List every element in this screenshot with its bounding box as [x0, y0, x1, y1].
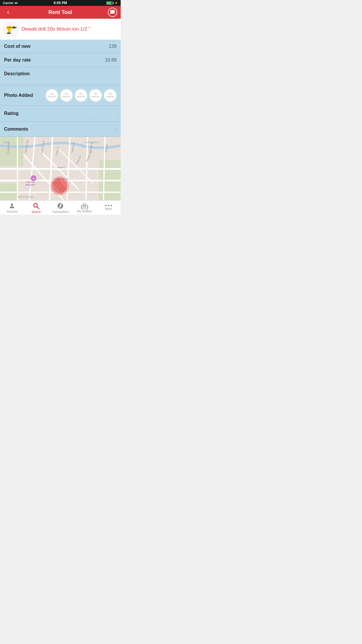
tool-title-row: DEWALT Dewalt drill 20v lithium ion 1/2 …	[0, 19, 121, 40]
toolbox-icon	[81, 203, 88, 209]
content-area: Cost of new 139 Per day rate 10.69 Descr…	[0, 40, 121, 204]
tool-name: Dewalt drill 20v lithium ion 1/2 "	[22, 26, 90, 32]
nav-label-search: Search	[31, 210, 41, 214]
svg-text:WESTBRAE: WESTBRAE	[17, 195, 34, 199]
chevron-right-icon: ›	[115, 126, 117, 132]
nav-label-transactions: Transactions	[52, 210, 69, 214]
search-icon	[32, 202, 40, 210]
drill-image: DEWALT	[5, 24, 17, 35]
per-day-rate-label: Per day rate	[4, 57, 31, 63]
status-bar: Carrier ▾▾ 6:05 PM ⚡	[0, 0, 121, 6]
header: ‹ Rent Tool	[0, 6, 121, 19]
star-3[interactable]: ☆	[97, 110, 103, 117]
photo-circles: NOPHOTO NOPHOTO NOPHOTO NOPHOTO NOPHOTO	[45, 89, 117, 102]
star-5[interactable]: ☆	[111, 110, 117, 117]
star-rating[interactable]: ☆ ☆ ☆ ☆ ☆	[84, 110, 117, 117]
back-button[interactable]: ‹	[3, 8, 13, 16]
svg-rect-2	[8, 29, 11, 33]
rating-row: Rating ☆ ☆ ☆ ☆ ☆	[0, 106, 121, 122]
nav-item-transactions[interactable]: $ Transactions	[48, 201, 73, 215]
svg-text:Codornices C: Codornices C	[85, 141, 101, 144]
photo-circle-2[interactable]: NOPHOTO	[60, 89, 73, 102]
more-dots-icon	[105, 205, 112, 206]
comments-label: Comments	[4, 127, 28, 132]
nav-item-account[interactable]: Account	[0, 201, 24, 215]
battery-icon	[106, 1, 113, 5]
nav-item-search[interactable]: Search	[24, 201, 48, 215]
svg-rect-4	[15, 27, 17, 28]
photo-circle-3[interactable]: NOPHOTO	[75, 89, 87, 102]
svg-text:Creek: Creek	[3, 141, 10, 144]
star-2[interactable]: ☆	[91, 110, 96, 117]
comments-row[interactable]: Comments ›	[0, 122, 121, 137]
page-title: Rent Tool	[13, 9, 108, 15]
cost-of-new-label: Cost of new	[4, 44, 31, 49]
per-day-rate-value: 10.69	[105, 57, 117, 63]
map-area[interactable]: Evelyn Ave Masonic Ave Santa Fe Ave Curt…	[0, 137, 121, 201]
photo-circle-5[interactable]: NOPHOTO	[104, 89, 117, 102]
account-icon	[8, 202, 15, 209]
nav-label-account: Account	[7, 210, 17, 213]
svg-rect-1	[13, 27, 16, 29]
description-label: Description	[4, 71, 30, 76]
charging-icon: ⚡	[115, 1, 118, 4]
description-row: Description	[0, 67, 121, 85]
per-day-rate-row: Per day rate 10.69	[0, 53, 121, 67]
svg-text:Watkins: Watkins	[57, 166, 65, 169]
rating-label: Rating	[4, 111, 19, 116]
photo-circle-4[interactable]: NOPHOTO	[89, 89, 102, 102]
svg-text:⚑: ⚑	[33, 177, 35, 180]
carrier-label: Carrier	[3, 1, 13, 5]
chat-button[interactable]	[108, 8, 117, 17]
nav-item-more[interactable]: More	[96, 201, 121, 215]
cost-of-new-value: 139	[109, 44, 117, 49]
photo-circle-1[interactable]: NOPHOTO	[45, 89, 58, 102]
nav-label-more: More	[105, 207, 112, 211]
time-label: 6:05 PM	[54, 1, 67, 5]
svg-text:DEWALT: DEWALT	[8, 27, 12, 28]
chat-icon	[110, 10, 115, 15]
nav-label-mytoolbox: My Toolbox	[77, 210, 92, 213]
map-svg: Evelyn Ave Masonic Ave Santa Fe Ave Curt…	[0, 137, 121, 201]
svg-line-50	[37, 207, 39, 209]
transactions-icon: $	[57, 202, 64, 210]
cost-of-new-row: Cost of new 139	[0, 40, 121, 53]
wifi-icon: ▾▾	[15, 1, 17, 5]
star-1[interactable]: ☆	[84, 110, 90, 117]
svg-text:Biergarten: Biergarten	[26, 184, 35, 186]
svg-point-48	[11, 204, 13, 206]
svg-rect-3	[7, 33, 11, 34]
tool-avatar: DEWALT	[3, 22, 19, 37]
star-4[interactable]: ☆	[104, 110, 110, 117]
photo-added-label: Photo Added	[4, 93, 33, 98]
photo-added-row: Photo Added NOPHOTO NOPHOTO NOPHOTO NOPH…	[0, 85, 121, 106]
bottom-nav: Account Search $ Transactions My Toolbox	[0, 200, 121, 215]
nav-item-mytoolbox[interactable]: My Toolbox	[72, 201, 96, 215]
svg-text:Westbrae: Westbrae	[26, 181, 35, 183]
